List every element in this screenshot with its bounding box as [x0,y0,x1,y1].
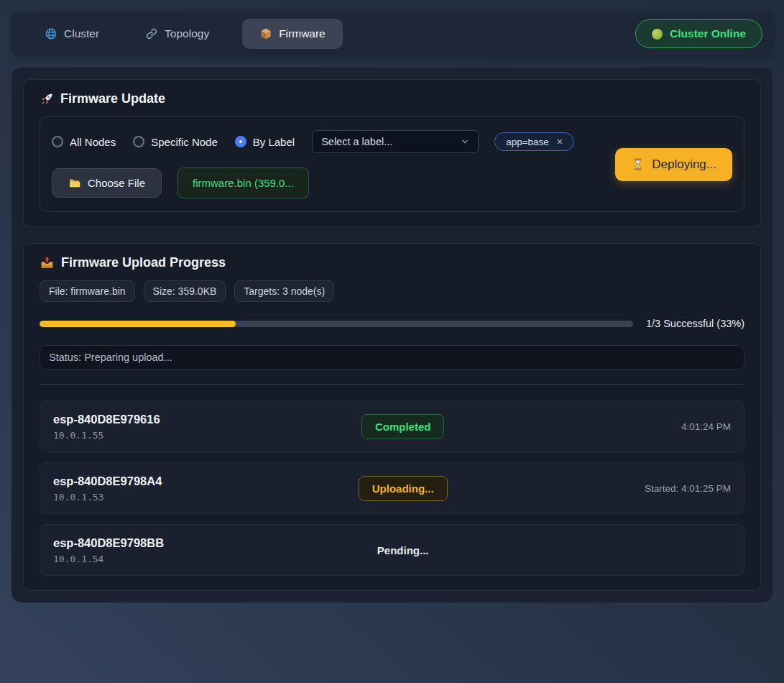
firmware-update-panel: Firmware Update All Nodes Specific Node … [23,79,761,227]
panel-title-upload-progress: Firmware Upload Progress [40,255,744,270]
nav-item-topology[interactable]: Topology [132,19,222,49]
meta-size: Size: 359.0KB [144,280,226,302]
radio-all-nodes[interactable]: All Nodes [52,136,116,148]
nav-item-cluster[interactable]: Cluster [32,19,112,49]
progress-bar [40,321,633,327]
upload-meta-row: File: firmware.bin Size: 359.0KB Targets… [40,280,744,302]
meta-file: File: firmware.bin [40,280,135,302]
green-dot-icon [652,29,663,40]
node-time: Started: 4:01:25 PM [512,483,731,494]
node-status-badge: Completed [361,414,445,439]
nav-item-firmware[interactable]: Firmware [242,19,343,49]
radio-circle[interactable] [133,136,144,147]
node-ip: 10.0.1.54 [53,554,294,564]
radio-circle[interactable] [52,136,63,147]
label-select[interactable]: Select a label... [312,130,479,153]
upload-tray-icon [40,255,55,270]
main-content: Firmware Update All Nodes Specific Node … [11,68,773,602]
node-status-badge: Pending... [364,538,442,562]
upload-progress-panel: Firmware Upload Progress File: firmware.… [23,243,761,591]
node-list: esp-840D8E979616 10.0.1.55 Completed 4:0… [40,384,744,576]
update-form: All Nodes Specific Node By Label Select … [40,116,744,212]
top-nav: Cluster Topology Firmware Cluster Online [11,12,773,56]
label-tag: app=base × [494,132,574,151]
package-icon [259,27,272,40]
progress-fill [40,321,236,327]
cluster-status-badge: Cluster Online [635,19,762,48]
node-name: esp-840D8E9798BB [53,536,294,550]
node-ip: 10.0.1.53 [53,492,294,503]
folder-icon [68,177,80,189]
node-row: esp-840D8E9798BB 10.0.1.54 Pending... [40,524,744,576]
nav-label: Topology [165,27,209,40]
node-ip: 10.0.1.55 [53,430,294,441]
choose-file-button[interactable]: Choose File [52,168,162,198]
node-time: 4:01:24 PM [512,421,731,432]
label-select-value: Select a label... [321,136,392,147]
radio-by-label[interactable]: By Label [235,136,295,148]
label-tag-text: app=base [506,137,549,147]
radio-specific-node[interactable]: Specific Node [133,136,218,148]
nav-label: Firmware [279,27,326,40]
globe-icon [45,27,57,40]
chevron-down-icon [461,137,469,146]
node-row: esp-840D8E9798A4 10.0.1.53 Uploading... … [40,462,744,514]
node-status-badge: Uploading... [359,476,448,501]
rocket-icon [40,92,54,106]
node-name: esp-840D8E979616 [53,413,294,426]
progress-row: 1/3 Successful (33%) [40,318,744,329]
deploy-button[interactable]: Deploying... [615,148,732,181]
tag-remove-icon[interactable]: × [557,136,563,147]
node-name: esp-840D8E9798A4 [53,475,294,488]
link-icon [145,27,158,40]
cluster-status-label: Cluster Online [670,27,746,40]
radio-circle[interactable] [235,136,246,147]
hourglass-icon [631,157,645,171]
node-row: esp-840D8E979616 10.0.1.55 Completed 4:0… [40,400,744,452]
meta-targets: Targets: 3 node(s) [234,280,334,302]
nav-label: Cluster [64,27,99,40]
progress-label: 1/3 Successful (33%) [646,318,744,329]
upload-status-box: Status: Preparing upload... [40,345,744,370]
panel-title-firmware-update: Firmware Update [40,91,744,106]
selected-file-chip[interactable]: firmware.bin (359.0... [177,168,309,198]
